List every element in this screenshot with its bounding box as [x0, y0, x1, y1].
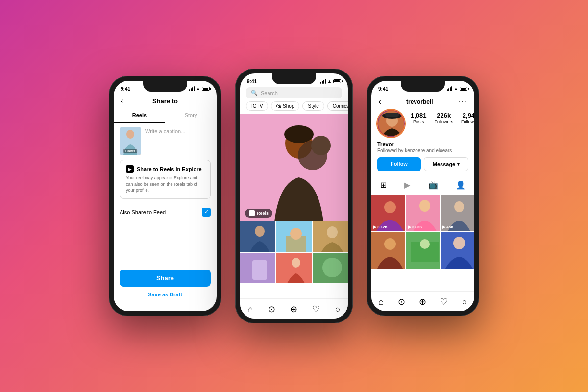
svg-point-20 [322, 258, 342, 277]
follow-button[interactable]: Follow [377, 157, 421, 171]
share-to-explore-label: Share to Reels in Explore [137, 166, 202, 172]
followed-by-text: Followed by kenzoere and eloears [371, 148, 474, 157]
tab-grid-icon[interactable]: ⊞ [380, 180, 387, 190]
svg-point-33 [384, 238, 396, 250]
chip-shop[interactable]: 🛍 Shop [271, 101, 299, 111]
nav-add-3[interactable]: ⊕ [419, 296, 426, 307]
svg-point-26 [384, 201, 396, 213]
nav-search-2[interactable]: ⊙ [268, 304, 275, 315]
profile-grid-item-5[interactable] [406, 232, 440, 269]
svg-point-12 [290, 228, 302, 240]
grid-item-3[interactable] [313, 221, 348, 252]
tab-reels[interactable]: Reels [114, 108, 165, 123]
also-share-label: Also Share to Feed [120, 209, 166, 215]
phone-1-share: 9:41 ▲ ‹ Share to Reels St [109, 76, 221, 316]
stat-followers[interactable]: 226k Followers [435, 112, 454, 124]
grid-svg-4 [240, 253, 275, 283]
save-draft-button[interactable]: Save as Draft [120, 292, 211, 297]
time-1: 9:41 [121, 86, 130, 92]
time-3: 9:41 [378, 86, 388, 92]
profile-grid-item-4[interactable] [371, 232, 405, 269]
tab-tagged-icon[interactable]: 👤 [456, 180, 466, 190]
status-icons-2: ▲ [320, 79, 341, 84]
grid-item-1[interactable] [240, 221, 275, 252]
tab-reels-icon[interactable]: ▶ [404, 180, 410, 190]
grid-item-6[interactable] [313, 253, 348, 283]
caption-input[interactable]: Write a caption... [145, 127, 211, 155]
wifi-icon-3: ▲ [454, 86, 458, 91]
search-icon: 🔍 [251, 90, 258, 96]
nav-heart-3[interactable]: ♡ [440, 296, 448, 307]
svg-point-6 [311, 136, 331, 155]
nav-profile-3[interactable]: ○ [462, 297, 467, 307]
battery-icon-2 [333, 79, 341, 83]
profile-grid-svg-6 [441, 232, 474, 269]
svg-point-28 [419, 200, 430, 212]
battery-icon-3 [460, 87, 467, 91]
grid-svg-3 [313, 221, 348, 252]
posts-label: Posts [411, 119, 427, 124]
category-chips: IGTV 🛍 Shop Style Comics TV & Movie [240, 101, 348, 114]
also-share-checkbox[interactable]: ✓ [202, 208, 211, 217]
profile-grid-item-2[interactable]: ▶ 37.3K [406, 195, 440, 231]
search-bar[interactable]: 🔍 Search [246, 87, 342, 98]
profile-grid-item-1[interactable]: ▶ 30.2K [371, 195, 405, 231]
stat-following[interactable]: 2,943 Following [461, 112, 474, 124]
nav-profile-2[interactable]: ○ [335, 304, 341, 315]
share-to-explore-title-row: ▶ Share to Reels in Explore [126, 165, 204, 173]
search-input[interactable]: Search [261, 90, 278, 96]
chip-comics[interactable]: Comics [327, 101, 348, 111]
followers-label: Followers [435, 119, 454, 124]
play-icon-3: ▶ [442, 225, 445, 229]
more-options-button[interactable]: ··· [458, 98, 467, 106]
svg-point-18 [292, 258, 300, 268]
count-label-2: 37.3K [412, 225, 422, 229]
notch-3 [401, 81, 445, 92]
grid-item-2[interactable] [276, 221, 312, 252]
battery-icon-1 [202, 87, 210, 91]
profile-grid-item-3[interactable]: ▶ 45K [441, 195, 474, 231]
chevron-down-icon: ▾ [457, 162, 460, 167]
stat-posts: 1,081 Posts [411, 112, 427, 124]
svg-point-38 [453, 237, 465, 249]
svg-point-9 [255, 226, 265, 237]
nav-home-3[interactable]: ⌂ [378, 297, 384, 307]
nav-search-3[interactable]: ⊙ [398, 296, 405, 307]
cover-thumbnail: Cover [120, 127, 141, 155]
share-button[interactable]: Share [120, 270, 211, 287]
profile-actions: Follow Message ▾ [371, 157, 474, 176]
reels-icon-small: ▶ [126, 165, 134, 173]
message-button[interactable]: Message ▾ [424, 157, 468, 171]
nav-add-2[interactable]: ⊕ [290, 304, 297, 315]
bottom-nav-2: ⌂ ⊙ ⊕ ♡ ○ [240, 298, 348, 318]
wifi-icon-1: ▲ [196, 86, 200, 91]
svg-point-7 [284, 125, 314, 143]
status-icons-1: ▲ [189, 86, 210, 91]
grid-svg-1 [240, 221, 275, 252]
share-to-explore-desc: Your reel may appear in Explore and can … [126, 175, 204, 194]
share-header: ‹ Share to [114, 95, 217, 108]
play-icon-1: ▶ [373, 225, 376, 229]
grid-item-5[interactable] [276, 253, 312, 283]
tab-story[interactable]: Story [165, 108, 217, 123]
profile-section: 1,081 Posts 226k Followers 2,943 Followi… [371, 110, 474, 141]
back-button-1[interactable]: ‹ [121, 96, 123, 106]
cover-label: Cover [123, 149, 137, 153]
profile-grid-item-6[interactable] [441, 232, 474, 269]
svg-rect-24 [385, 113, 399, 117]
chip-igtv[interactable]: IGTV [246, 101, 268, 111]
wifi-icon-2: ▲ [327, 79, 332, 84]
phone-3-profile: 9:41 ▲ ‹ trevorbell ··· [367, 76, 479, 316]
video-person-svg [240, 114, 348, 221]
svg-point-31 [454, 201, 464, 212]
grid-item-4[interactable] [240, 253, 275, 283]
nav-heart-2[interactable]: ♡ [312, 304, 320, 315]
chip-style[interactable]: Style [302, 101, 324, 111]
nav-home-2[interactable]: ⌂ [247, 304, 253, 315]
profile-stats: 1,081 Posts 226k Followers 2,943 Followi… [411, 110, 474, 124]
tab-igtv-icon[interactable]: 📺 [428, 180, 438, 190]
play-icon-2: ▶ [408, 225, 411, 229]
reels-badge-text: Reels [257, 211, 269, 216]
main-video-area: Reels [240, 114, 348, 221]
back-button-3[interactable]: ‹ [378, 97, 381, 107]
